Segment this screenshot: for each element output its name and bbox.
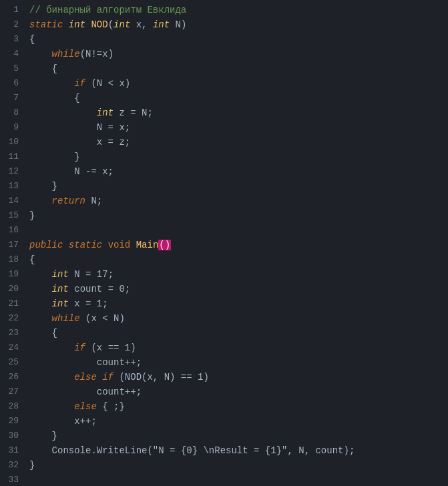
line-num-21: 21 <box>5 296 19 311</box>
count-pp2: count++; <box>29 387 142 397</box>
line-num-22: 22 <box>5 311 19 326</box>
code-line-15: } <box>29 208 443 223</box>
line-num-31: 31 <box>5 443 19 458</box>
assign-n: N = x; <box>29 122 130 133</box>
code-line-24: if (x == 1) <box>29 340 443 355</box>
keyword-void: void <box>108 240 131 250</box>
line-num-11: 11 <box>5 150 19 164</box>
indent-else <box>29 372 74 383</box>
line-num-8: 8 <box>5 105 19 120</box>
func-main: Main <box>136 240 159 250</box>
indent-main2 <box>29 284 52 294</box>
param-x: x, <box>130 19 153 30</box>
code-line-2: static int NOD(int x, int N) <box>29 17 443 32</box>
code-line-7: { <box>29 91 443 105</box>
keyword-return: return <box>52 196 85 206</box>
else-body: { ;} <box>97 401 125 412</box>
keyword-if2: if <box>74 342 85 353</box>
code-line-33 <box>29 473 443 486</box>
space <box>63 19 68 30</box>
line-num-27: 27 <box>5 385 19 399</box>
line-num-32: 32 <box>5 458 19 473</box>
x-pp: x++; <box>29 416 97 427</box>
type-int-z: int <box>97 107 114 118</box>
code-line-32: } <box>29 458 443 473</box>
type-int-x: int <box>52 298 69 309</box>
keyword-else: else <box>74 372 97 383</box>
param-n: N <box>170 19 181 30</box>
while-cond2: (x < N) <box>80 313 125 324</box>
code-editor: 1 2 3 4 5 6 7 8 9 10 11 12 13 14 15 16 1… <box>0 0 448 486</box>
line-num-15: 15 <box>5 208 19 223</box>
brace-open: { <box>29 34 35 45</box>
line-num-30: 30 <box>5 429 19 443</box>
code-line-28: else { ;} <box>29 399 443 414</box>
line-num-29: 29 <box>5 414 19 429</box>
line-num-2: 2 <box>5 17 19 32</box>
code-line-11: } <box>29 150 443 164</box>
code-line-23: { <box>29 326 443 340</box>
line-num-7: 7 <box>5 91 19 105</box>
code-line-26: else if (NOD(x, N) == 1) <box>29 370 443 385</box>
if-cond2: (x == 1) <box>85 342 136 353</box>
line-num-14: 14 <box>5 194 19 208</box>
indent-main3 <box>29 298 52 309</box>
while-cond: (N!=x) <box>80 49 114 59</box>
close-func: } <box>29 210 35 221</box>
indent-if <box>29 342 74 353</box>
paren-open: ( <box>108 19 114 30</box>
sp3 <box>130 240 136 250</box>
code-line-29: x++; <box>29 414 443 429</box>
if-cond: (N < x) <box>85 78 130 89</box>
code-line-9: N = x; <box>29 120 443 135</box>
indent2-brace: { <box>29 93 80 103</box>
code-line-1: // бинарный алгоритм Евклида <box>29 3 443 17</box>
line-num-6: 6 <box>5 76 19 91</box>
line-num-1: 1 <box>5 3 19 17</box>
indent-else2 <box>29 401 74 412</box>
line-num-3: 3 <box>5 32 19 47</box>
assign-x: x = z; <box>29 137 130 148</box>
keyword-if3: if <box>102 372 114 383</box>
code-line-17: public static void Main() <box>29 238 443 252</box>
code-line-13: } <box>29 179 443 194</box>
count-pp: count++; <box>29 357 142 368</box>
indent3 <box>29 107 97 118</box>
close-while: } <box>29 181 57 192</box>
line-num-12: 12 <box>5 164 19 179</box>
open-while: { <box>29 328 57 338</box>
type-int2: int <box>114 19 130 30</box>
type-int: int <box>69 19 85 30</box>
indent2 <box>29 78 74 89</box>
indent-return <box>29 196 52 206</box>
line-num-25: 25 <box>5 355 19 370</box>
nod-call: (NOD(x, N) == 1) <box>114 372 209 383</box>
line-num-16: 16 <box>5 223 19 238</box>
line-num-9: 9 <box>5 120 19 135</box>
close-inner: } <box>29 152 80 162</box>
decl-count: count = 0; <box>69 284 130 294</box>
line-num-13: 13 <box>5 179 19 194</box>
line-num-4: 4 <box>5 47 19 61</box>
code-line-4: while(N!=x) <box>29 47 443 61</box>
code-line-21: int x = 1; <box>29 296 443 311</box>
keyword-if: if <box>74 78 85 89</box>
code-line-18: { <box>29 252 443 267</box>
code-line-12: N -= x; <box>29 164 443 179</box>
indent-main4 <box>29 313 52 324</box>
line-num-10: 10 <box>5 135 19 150</box>
console-write: Console.WriteLine("N = {0} \nResult = {1… <box>29 445 355 456</box>
line-num-26: 26 <box>5 370 19 385</box>
line-num-18: 18 <box>5 252 19 267</box>
code-line-6: if (N < x) <box>29 76 443 91</box>
return-n: N; <box>85 196 102 206</box>
n-minus-eq: N -= x; <box>29 166 114 177</box>
open-main: { <box>29 254 35 265</box>
line-num-33: 33 <box>5 473 19 486</box>
line-num-20: 20 <box>5 282 19 296</box>
indent-main <box>29 269 52 280</box>
code-line-14: return N; <box>29 194 443 208</box>
type-int3: int <box>153 19 170 30</box>
line-num-19: 19 <box>5 267 19 282</box>
sp2 <box>102 240 107 250</box>
